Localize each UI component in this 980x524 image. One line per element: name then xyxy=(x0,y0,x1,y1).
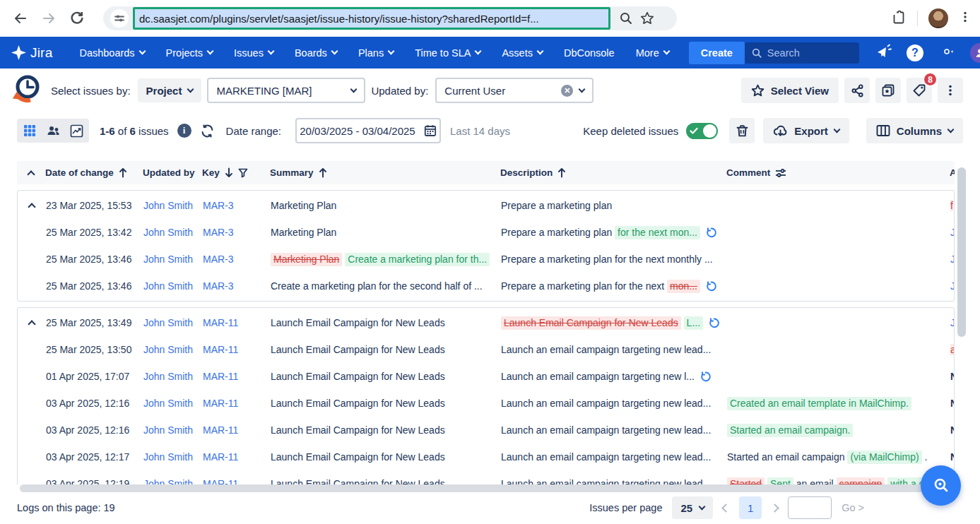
goto-page-button[interactable]: Go > xyxy=(842,502,864,513)
nav-item-dashboards[interactable]: Dashboards xyxy=(79,47,144,59)
nav-item-boards[interactable]: Boards xyxy=(295,47,337,59)
forward-icon[interactable] xyxy=(41,11,57,26)
cell-updated-by-link[interactable]: John Smith xyxy=(143,317,203,328)
cell-updated-by-link[interactable]: John Smith xyxy=(143,227,203,238)
header-description[interactable]: Description xyxy=(500,167,726,178)
cell-updated-by-link[interactable]: John Smith xyxy=(143,371,203,382)
collapse-all-icon[interactable] xyxy=(27,170,35,178)
nav-search[interactable] xyxy=(745,42,859,64)
goto-page-input[interactable] xyxy=(788,496,832,519)
cell-updated-by-link[interactable]: John Smith xyxy=(143,424,203,436)
export-button[interactable]: Export xyxy=(763,118,849,143)
prev-page-icon[interactable] xyxy=(721,504,731,513)
nav-item-label: Time to SLA xyxy=(415,47,471,59)
chart-view-icon[interactable] xyxy=(66,121,87,141)
reload-icon[interactable] xyxy=(69,11,85,26)
cell-issue-key-link[interactable]: MAR-3 xyxy=(203,280,271,292)
cell-issue-key-link[interactable]: MAR-11 xyxy=(203,371,271,382)
grid-view-icon[interactable] xyxy=(19,121,40,141)
columns-button[interactable]: Columns xyxy=(866,118,963,143)
cell-summary: Marketing Plan xyxy=(271,200,501,211)
sort-asc-icon[interactable] xyxy=(557,167,566,178)
collapse-group-icon[interactable] xyxy=(28,320,35,328)
cell-updated-by-link[interactable]: John Smith xyxy=(143,280,203,292)
nav-item-issues[interactable]: Issues xyxy=(234,47,273,59)
cell-updated-by-link[interactable]: John Smith xyxy=(143,344,203,355)
filter-funnel-icon[interactable] xyxy=(238,168,248,178)
nav-item-projects[interactable]: Projects xyxy=(166,47,213,59)
sort-asc-icon[interactable] xyxy=(319,167,327,178)
site-info-icon[interactable] xyxy=(110,9,129,28)
chevron-down-icon xyxy=(475,48,482,55)
create-button[interactable]: Create xyxy=(689,42,745,64)
search-input[interactable] xyxy=(767,47,852,59)
help-icon[interactable]: ? xyxy=(907,44,923,61)
cell-issue-key-link[interactable]: MAR-11 xyxy=(203,478,271,484)
browser-avatar[interactable] xyxy=(928,8,948,28)
floating-search-button[interactable] xyxy=(921,465,961,506)
sort-desc-icon[interactable] xyxy=(225,167,233,178)
more-options-button[interactable] xyxy=(938,78,963,103)
info-icon[interactable]: i xyxy=(177,124,191,138)
comment-filter-icon[interactable] xyxy=(775,168,786,178)
cell-issue-key-link[interactable]: MAR-11 xyxy=(203,424,271,436)
project-select[interactable]: MARKETING [MAR] xyxy=(207,78,365,103)
header-date-of-change[interactable]: Date of change xyxy=(45,167,143,178)
collapse-group-icon[interactable] xyxy=(28,203,35,210)
cell-updated-by-link[interactable]: John Smith xyxy=(143,451,203,463)
undo-change-icon[interactable] xyxy=(708,317,720,329)
nav-item-plans[interactable]: Plans xyxy=(358,47,394,59)
extensions-icon[interactable] xyxy=(891,9,907,28)
saved-reports-button[interactable] xyxy=(875,78,901,103)
refresh-icon[interactable] xyxy=(200,124,215,138)
vertical-scrollbar[interactable] xyxy=(957,167,966,337)
user-avatar[interactable] xyxy=(970,43,980,63)
header-updated-by[interactable]: Updated by xyxy=(143,167,202,178)
nav-item-assets[interactable]: Assets xyxy=(502,47,543,59)
header-summary[interactable]: Summary xyxy=(270,167,500,178)
cell-issue-key-link[interactable]: MAR-11 xyxy=(203,451,271,463)
next-page-icon[interactable] xyxy=(770,504,779,513)
keep-deleted-toggle[interactable] xyxy=(686,123,718,139)
gear-icon[interactable] xyxy=(938,43,955,63)
clear-icon[interactable]: ✕ xyxy=(561,85,573,97)
deleted-issues-button[interactable] xyxy=(729,118,755,143)
cell-issue-key-link[interactable]: MAR-11 xyxy=(203,344,271,355)
undo-change-icon[interactable] xyxy=(699,371,712,383)
cell-issue-key-link[interactable]: MAR-3 xyxy=(203,200,271,211)
undo-change-icon[interactable] xyxy=(705,227,717,239)
header-key[interactable]: Key xyxy=(202,167,270,178)
per-page-dropdown[interactable]: 25 xyxy=(672,496,713,519)
back-icon[interactable] xyxy=(13,11,28,26)
select-view-button[interactable]: Select View xyxy=(741,78,839,103)
cell-issue-key-link[interactable]: MAR-3 xyxy=(203,227,271,238)
url-field[interactable]: dc.saasjet.com/plugins/servlet/saasjet/i… xyxy=(133,7,610,30)
megaphone-icon[interactable] xyxy=(875,43,892,63)
cell-updated-by-link[interactable]: John Smith xyxy=(143,254,203,265)
jira-logo[interactable]: Jira xyxy=(11,45,52,61)
page-number[interactable]: 1 xyxy=(739,496,762,519)
undo-change-icon[interactable] xyxy=(705,280,717,292)
sort-asc-icon[interactable] xyxy=(119,167,127,178)
cell-issue-key-link[interactable]: MAR-11 xyxy=(203,317,271,328)
nav-item-dbconsole[interactable]: DbConsole xyxy=(564,47,615,59)
cell-updated-by-link[interactable]: John Smith xyxy=(143,478,203,484)
bookmark-star-icon[interactable] xyxy=(640,11,654,25)
zoom-icon[interactable] xyxy=(619,11,633,25)
cell-issue-key-link[interactable]: MAR-3 xyxy=(203,254,271,265)
people-view-icon[interactable] xyxy=(42,121,64,141)
share-button[interactable] xyxy=(844,78,870,103)
issue-source-dropdown[interactable]: Project xyxy=(138,78,202,102)
address-bar[interactable]: dc.saasjet.com/plugins/servlet/saasjet/i… xyxy=(103,6,677,30)
nav-item-time-to-sla[interactable]: Time to SLA xyxy=(415,47,480,59)
updated-by-select[interactable]: Current User ✕ xyxy=(435,78,594,103)
cell-updated-by-link[interactable]: John Smith xyxy=(143,200,203,211)
cell-date-of-change: 03 Apr 2025, 12:16 xyxy=(46,398,143,409)
cell-updated-by-link[interactable]: John Smith xyxy=(143,398,203,409)
header-comment[interactable]: Comment xyxy=(726,167,950,178)
horizontal-scrollbar[interactable] xyxy=(20,484,954,492)
browser-menu-icon[interactable] xyxy=(959,11,972,26)
cell-issue-key-link[interactable]: MAR-11 xyxy=(203,398,271,409)
date-range-input[interactable]: 20/03/2025 - 03/04/2025 xyxy=(295,118,441,143)
nav-item-more[interactable]: More xyxy=(636,47,669,59)
